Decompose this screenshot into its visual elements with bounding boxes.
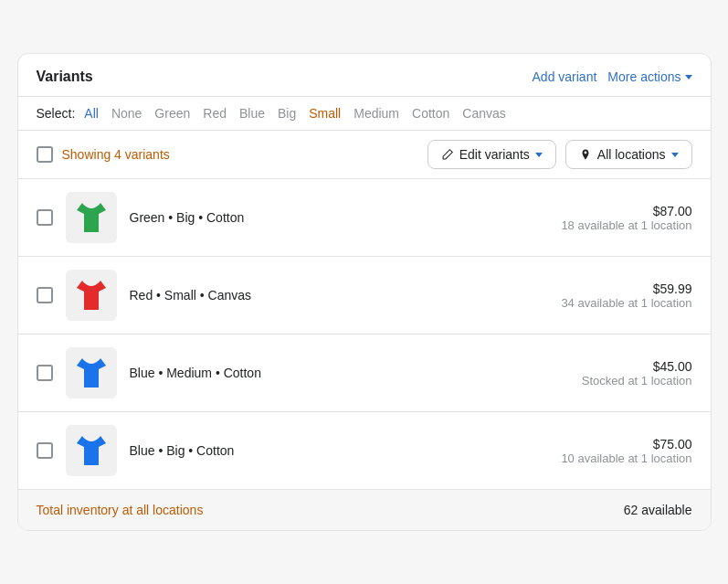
location-icon [579, 148, 592, 161]
variant-price-4: $75.00 [561, 437, 691, 451]
select-medium-button[interactable]: Medium [350, 104, 403, 122]
footer-count: 62 available [624, 503, 692, 517]
toolbar: Showing 4 variants Edit variants All loc… [18, 131, 711, 179]
variant-name-2: Red • Small • Canvas [130, 288, 549, 303]
variant-name-4: Blue • Big • Cotton [130, 443, 549, 458]
variant-row: Blue • Big • Cotton $75.00 10 available … [18, 412, 711, 489]
chevron-down-icon [685, 75, 692, 80]
variant-name-1: Green • Big • Cotton [130, 210, 549, 225]
edit-icon [441, 148, 454, 161]
variant-stock-1: 18 available at 1 location [561, 218, 691, 232]
variant-image-1 [66, 192, 117, 243]
showing-text: Showing 4 variants [62, 147, 418, 162]
select-row: Select: All None Green Red Blue Big Smal… [18, 97, 711, 131]
variant-stock-2: 34 available at 1 location [561, 296, 691, 310]
all-locations-button[interactable]: All locations [565, 140, 692, 169]
card-title: Variants [37, 69, 93, 85]
variant-info-3: $45.00 Stocked at 1 location [582, 359, 692, 388]
select-small-button[interactable]: Small [305, 104, 344, 122]
variant-info-1: $87.00 18 available at 1 location [561, 204, 691, 232]
variants-table: Green • Big • Cotton $87.00 18 available… [18, 179, 711, 489]
variants-card: Variants Add variant More actions Select… [17, 53, 712, 531]
variant-checkbox-4[interactable] [37, 442, 53, 459]
edit-variants-label: Edit variants [459, 147, 530, 162]
more-actions-label: More actions [607, 69, 681, 84]
variant-stock-3: Stocked at 1 location [582, 374, 692, 388]
variant-image-2 [66, 270, 117, 321]
select-cotton-button[interactable]: Cotton [408, 104, 453, 122]
select-all-button[interactable]: All [80, 104, 102, 122]
more-actions-button[interactable]: More actions [607, 69, 691, 84]
select-red-button[interactable]: Red [199, 104, 230, 122]
header-actions: Add variant More actions [533, 69, 692, 84]
variant-price-1: $87.00 [561, 204, 691, 218]
variant-stock-4: 10 available at 1 location [561, 451, 691, 465]
edit-variants-chevron-icon [535, 153, 543, 157]
select-none-button[interactable]: None [108, 104, 145, 122]
variant-row: Green • Big • Cotton $87.00 18 available… [18, 179, 711, 257]
add-variant-button[interactable]: Add variant [533, 69, 597, 84]
variant-row: Red • Small • Canvas $59.99 34 available… [18, 257, 711, 334]
select-label: Select: [37, 106, 76, 121]
variant-image-4 [66, 425, 117, 476]
footer-row: Total inventory at all locations 62 avai… [18, 489, 711, 530]
select-big-button[interactable]: Big [274, 104, 300, 122]
variant-price-2: $59.99 [561, 281, 691, 296]
select-all-checkbox[interactable] [37, 146, 53, 163]
select-green-button[interactable]: Green [151, 104, 194, 122]
variant-name-3: Blue • Medium • Cotton [130, 366, 569, 380]
variant-info-4: $75.00 10 available at 1 location [561, 437, 691, 465]
all-locations-label: All locations [597, 147, 666, 162]
variant-row: Blue • Medium • Cotton $45.00 Stocked at… [18, 334, 711, 412]
card-header: Variants Add variant More actions [18, 54, 711, 97]
showing-count: Showing 4 variants [62, 147, 170, 162]
footer-label: Total inventory at all locations [37, 503, 204, 517]
variant-info-2: $59.99 34 available at 1 location [561, 281, 691, 310]
select-blue-button[interactable]: Blue [236, 104, 269, 122]
variant-checkbox-1[interactable] [37, 209, 53, 226]
variant-checkbox-2[interactable] [37, 287, 53, 303]
variant-image-3 [66, 347, 117, 398]
select-canvas-button[interactable]: Canvas [459, 104, 509, 122]
all-locations-chevron-icon [671, 153, 679, 157]
variant-checkbox-3[interactable] [37, 365, 53, 381]
edit-variants-button[interactable]: Edit variants [427, 140, 556, 169]
variant-price-3: $45.00 [582, 359, 692, 374]
